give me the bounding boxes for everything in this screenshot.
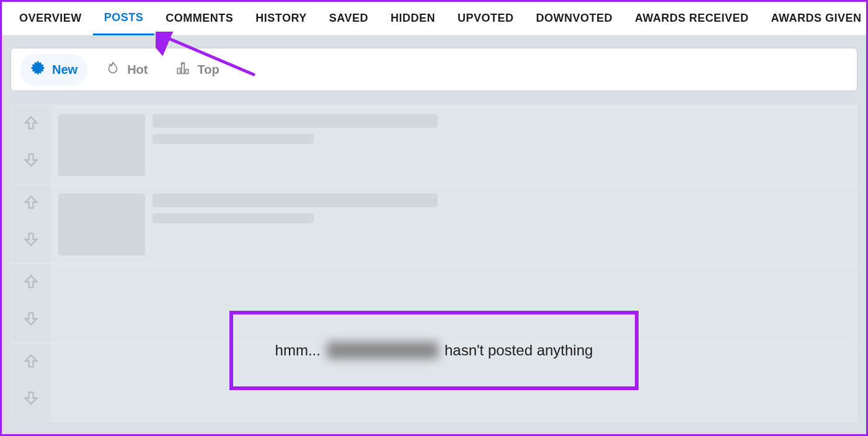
upvote-icon[interactable]: [22, 352, 40, 372]
vote-column: [11, 264, 51, 342]
tab-awards-given[interactable]: AWARDS GIVEN: [760, 2, 868, 35]
tab-posts[interactable]: POSTS: [93, 2, 155, 35]
vote-column: [11, 344, 51, 422]
tab-history[interactable]: HISTORY: [244, 2, 318, 35]
skeleton-thumbnail: [58, 194, 145, 256]
tab-comments[interactable]: COMMENTS: [154, 2, 244, 35]
tab-hidden[interactable]: HIDDEN: [379, 2, 446, 35]
skeleton-line: [153, 194, 438, 207]
sort-bar: New Hot Top: [11, 48, 857, 91]
downvote-icon[interactable]: [22, 310, 40, 330]
sort-hot-label: Hot: [127, 63, 148, 77]
sort-top-label: Top: [197, 63, 219, 77]
sort-new-label: New: [52, 63, 78, 77]
placeholder-post: [11, 105, 857, 184]
placeholder-post: [11, 184, 857, 264]
skeleton-line: [153, 213, 314, 223]
skeleton-line: [153, 114, 438, 128]
profile-tab-bar: OVERVIEW POSTS COMMENTS HISTORY SAVED HI…: [2, 2, 866, 35]
sort-hot[interactable]: Hot: [95, 54, 157, 86]
upvote-icon[interactable]: [22, 114, 40, 134]
placeholder-post: [11, 343, 857, 422]
tab-awards-received[interactable]: AWARDS RECEIVED: [624, 2, 760, 35]
sort-new[interactable]: New: [20, 54, 87, 86]
sort-top[interactable]: Top: [165, 54, 229, 86]
tab-upvoted[interactable]: UPVOTED: [446, 2, 525, 35]
downvote-icon[interactable]: [22, 151, 40, 171]
tab-overview[interactable]: OVERVIEW: [8, 2, 93, 35]
upvote-icon[interactable]: [22, 194, 40, 213]
vote-column: [11, 105, 51, 184]
vote-column: [11, 185, 51, 263]
content-area: New Hot Top: [2, 35, 866, 422]
downvote-icon[interactable]: [22, 389, 40, 409]
skeleton-thumbnail: [58, 114, 145, 176]
starburst-icon: [30, 60, 46, 79]
tab-saved[interactable]: SAVED: [318, 2, 379, 35]
flame-icon: [105, 60, 121, 79]
post-feed: [11, 105, 857, 422]
upvote-icon[interactable]: [22, 273, 40, 293]
bar-chart-icon: [175, 60, 191, 79]
placeholder-post: [11, 264, 857, 343]
skeleton-line: [153, 134, 314, 144]
downvote-icon[interactable]: [22, 231, 40, 251]
tab-downvoted[interactable]: DOWNVOTED: [525, 2, 624, 35]
